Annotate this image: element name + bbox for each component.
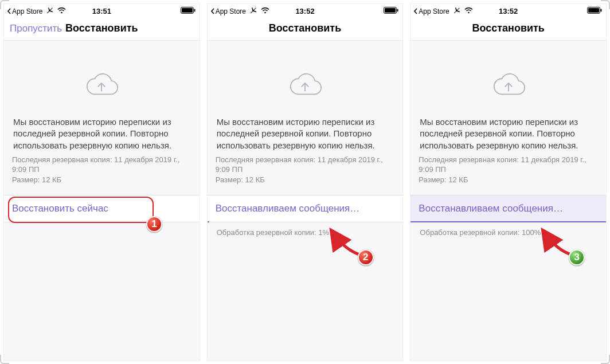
cloud-upload-icon [12,58,191,116]
page-title: Восстановить [4,22,200,34]
annotation-badge-3: 3 [569,249,585,265]
screen-1: App Store 13:51 Пропустить Восстановить [3,3,200,361]
content: Мы восстановим историю переписки из посл… [208,41,403,237]
restoring-row: Восстанавливаем сообщения… [410,195,606,222]
restoring-row: Восстанавливаем сообщения… [208,195,403,222]
wifi-icon [464,7,473,15]
nav-bar: Восстановить [208,17,403,41]
battery-icon [587,7,602,15]
backup-size-text: Размер: 12 КБ [419,175,598,185]
wifi-icon [261,7,269,15]
chevron-left-icon [413,8,418,14]
annotation-badge-1: 1 [146,216,162,232]
wifi-icon [57,7,66,15]
backup-size-text: Размер: 12 КБ [216,175,395,185]
back-to-appstore[interactable]: App Store [210,7,246,15]
back-to-appstore[interactable]: App Store [7,7,42,15]
last-backup-text: Последняя резервная копия: 11 декабря 20… [419,155,598,175]
airplane-mode-icon [249,7,257,15]
chevron-left-icon [210,8,215,14]
screen-3: App Store 13:52 Восстановить [410,3,607,361]
svg-rect-11 [601,9,602,12]
status-bar: App Store 13:52 [208,4,403,17]
back-label: App Store [216,7,246,15]
content: Мы восстановим историю переписки из посл… [410,41,606,237]
svg-rect-6 [385,8,396,13]
back-to-appstore[interactable]: App Store [413,7,449,15]
annotation-badge-2: 2 [358,249,374,265]
frame-corner [0,0,9,9]
airplane-mode-icon [453,7,461,15]
battery-icon [181,7,195,15]
backup-size-text: Размер: 12 КБ [12,175,191,185]
restoring-label: Восстанавливаем сообщения… [419,203,563,214]
progress-bar [208,221,209,222]
last-backup-text: Последняя резервная копия: 11 декабря 20… [12,155,191,175]
svg-point-8 [468,11,470,13]
description-text: Мы восстановим историю переписки из посл… [216,116,395,151]
nav-bar: Пропустить Восстановить [4,17,200,41]
svg-rect-7 [397,9,398,12]
status-bar: App Store 13:52 [410,4,606,17]
page-title: Восстановить [410,22,606,34]
description-text: Мы восстановим историю переписки из посл… [419,116,598,151]
screen-2: App Store 13:52 Восстановить [207,3,404,361]
frame-corner [601,355,610,364]
battery-icon [384,7,398,15]
frame-corner [601,0,610,9]
content: Мы восстановим историю переписки из посл… [4,41,200,222]
nav-bar: Восстановить [410,17,606,41]
svg-point-0 [61,11,63,13]
page-title: Восстановить [208,22,403,34]
progress-bar [410,221,606,222]
frame-corner [0,355,9,364]
status-bar: App Store 13:51 [4,4,200,17]
svg-rect-2 [182,8,193,13]
back-label: App Store [419,7,449,15]
progress-text: Обработка резервной копии: 100% [419,222,598,237]
airplane-mode-icon [46,7,54,15]
restore-now-label: Восстановить сейчас [12,203,108,214]
svg-rect-3 [194,9,195,12]
progress-text: Обработка резервной копии: 1% [216,222,395,237]
last-backup-text: Последняя резервная копия: 11 декабря 20… [216,155,395,175]
svg-rect-10 [588,8,599,13]
back-label: App Store [12,7,42,15]
svg-point-4 [264,11,266,13]
restore-now-button[interactable]: Восстановить сейчас [4,195,200,222]
description-text: Мы восстановим историю переписки из посл… [12,116,191,151]
restoring-label: Восстанавливаем сообщения… [216,203,360,214]
cloud-upload-icon [419,58,598,116]
cloud-upload-icon [216,58,395,116]
